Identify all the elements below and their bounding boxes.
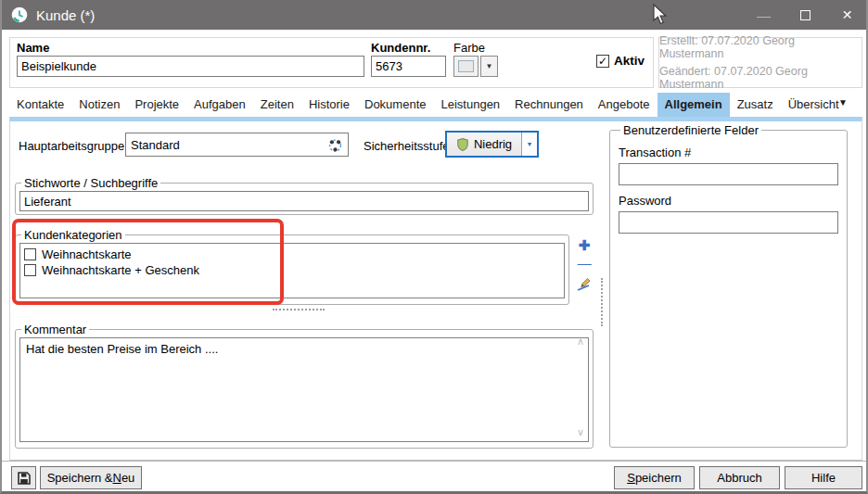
shield-icon [456, 137, 469, 152]
created-info: Erstellt: 07.07.2020 Georg Mustermann [659, 34, 853, 60]
tab-historie[interactable]: Historie [301, 93, 357, 117]
sicherheitsstufe-label: Sicherheitsstufe [364, 139, 450, 153]
tab-angebote[interactable]: Angebote [591, 93, 657, 117]
tab-aufgaben[interactable]: Aufgaben [186, 93, 253, 117]
tab-kontakte[interactable]: Kontakte [9, 93, 71, 117]
kundenkategorien-legend: Kundenkategorien [21, 228, 125, 242]
tab-projekte[interactable]: Projekte [127, 93, 186, 117]
clock-app-icon [11, 6, 28, 23]
farbe-label: Farbe [453, 41, 485, 55]
app-window: Kunde (*) — ✕ Name Kundennr. Farbe ▼ ✓ A… [0, 0, 868, 494]
kommentar-group: Kommentar Hat die besten Preise im Berei… [15, 323, 594, 449]
maximize-icon [800, 10, 811, 20]
category-checkbox[interactable] [24, 264, 36, 276]
title-bar: Kunde (*) — ✕ [0, 0, 868, 30]
name-input[interactable] [17, 56, 364, 77]
aktiv-checkbox[interactable]: ✓ [596, 55, 609, 68]
sicherheitsstufe-value: Niedrig [474, 137, 512, 151]
category-label: Weihnachtskarte [42, 247, 132, 261]
tab-rechnungen[interactable]: Rechnungen [507, 93, 591, 117]
category-list[interactable]: WeihnachtskarteWeihnachtskarte + Geschen… [19, 243, 565, 298]
tab-leistungen[interactable]: Leistungen [433, 93, 507, 117]
hauptarbeitsgruppe-combo[interactable]: Standard [125, 133, 349, 157]
add-category-icon[interactable]: ✚ [579, 239, 591, 252]
custom-field-input[interactable] [619, 211, 838, 234]
audit-info-panel: Erstellt: 07.07.2020 Georg Mustermann Ge… [658, 37, 862, 88]
stichworte-legend: Stichworte / Suchbegriffe [21, 176, 160, 190]
custom-field-input[interactable] [619, 163, 838, 185]
scroll-up-icon[interactable]: ∧ [577, 336, 584, 348]
tab-dokumente[interactable]: Dokumente [357, 93, 433, 117]
color-swatch [458, 60, 474, 72]
hauptarbeitsgruppe-label: Hauptarbeitsgruppe [19, 139, 124, 153]
kommentar-textarea[interactable]: Hat die besten Preise im Bereich .... [19, 337, 589, 442]
help-button[interactable]: Hilfe [785, 466, 862, 489]
tab-notizen[interactable]: Notizen [71, 93, 127, 117]
color-swatch-button[interactable] [453, 56, 479, 77]
close-button[interactable]: ✕ [826, 0, 868, 30]
cancel-button[interactable]: Abbruch [699, 466, 780, 489]
aktiv-label: Aktiv [614, 54, 645, 68]
save-icon-button[interactable] [11, 466, 36, 489]
scroll-down-icon[interactable]: ∨ [577, 426, 584, 438]
maximize-button[interactable] [785, 0, 826, 30]
custom-fields-group: Benutzerdefinierte Felder Transaction #P… [609, 123, 848, 448]
floppy-disk-icon [17, 471, 32, 486]
tab-zusatz[interactable]: Zusatz [730, 93, 781, 117]
vertical-splitter[interactable] [601, 278, 603, 326]
name-label: Name [17, 41, 49, 55]
sicherheitsstufe-dropdown-button[interactable]: ▼ [522, 133, 537, 156]
tab-allgemein[interactable]: Allgemein [657, 93, 730, 117]
tab-übersicht[interactable]: Übersicht [781, 93, 847, 117]
window-title: Kunde (*) [36, 7, 95, 23]
tab-zeiten[interactable]: Zeiten [253, 93, 301, 117]
edit-category-icon[interactable] [577, 276, 592, 291]
save-and-new-button[interactable]: Speichern & Neu [40, 466, 142, 489]
list-item[interactable]: Weihnachtskarte [24, 247, 564, 262]
kundenkategorien-group: Kundenkategorien WeihnachtskarteWeihnach… [15, 228, 569, 305]
chevron-down-icon: ▼ [486, 62, 493, 70]
kundennr-input[interactable] [371, 56, 446, 77]
tab-overflow-button[interactable]: ▼ [838, 97, 848, 108]
kommentar-legend: Kommentar [21, 323, 89, 336]
workgroup-icon[interactable] [327, 137, 343, 153]
modified-info: Geändert: 07.07.2020 Georg Mustermann [659, 65, 853, 91]
kundennr-label: Kundennr. [371, 41, 430, 55]
custom-fields-legend: Benutzerdefinierte Felder [620, 123, 761, 137]
chevron-down-icon: ▼ [527, 141, 533, 147]
minimize-button[interactable]: — [743, 0, 785, 30]
custom-field-label: Transaction # [619, 146, 838, 159]
sicherheitsstufe-combo[interactable]: Niedrig ▼ [445, 131, 539, 158]
hauptarbeitsgruppe-value: Standard [131, 138, 180, 152]
mouse-cursor-icon [653, 4, 671, 26]
horizontal-splitter[interactable] [273, 309, 325, 310]
save-button[interactable]: Speichern [614, 466, 695, 489]
custom-field-label: Password [619, 194, 838, 208]
custom-fields-body: Transaction #Password [619, 146, 838, 234]
category-label: Weihnachtskarte + Geschenk [42, 263, 199, 277]
stichworte-group: Stichworte / Suchbegriffe [15, 176, 594, 215]
list-item[interactable]: Weihnachtskarte + Geschenk [24, 262, 564, 278]
tab-bar: KontakteNotizenProjekteAufgabenZeitenHis… [9, 93, 847, 117]
category-checkbox[interactable] [24, 248, 36, 260]
remove-category-icon[interactable]: ─ [578, 260, 592, 269]
stichworte-input[interactable] [19, 191, 589, 211]
color-dropdown-button[interactable]: ▼ [480, 56, 498, 77]
footer-bar: Speichern & Neu Speichern Abbruch Hilfe [2, 461, 868, 494]
